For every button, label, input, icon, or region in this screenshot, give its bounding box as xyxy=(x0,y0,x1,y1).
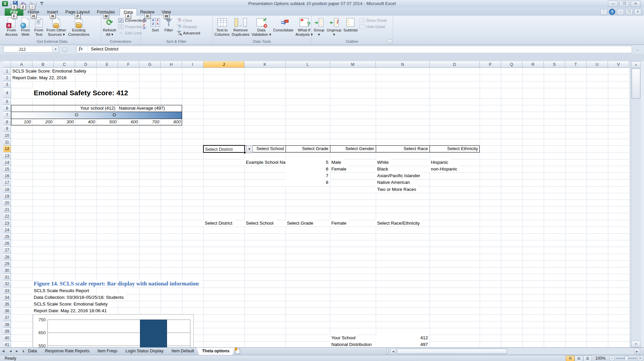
worksheet[interactable]: ABCDEFGHIJKLMNOPQRSTUV123456789101112131… xyxy=(0,61,644,347)
from-button[interactable]: AFromAccess xyxy=(5,16,18,39)
consolidate-button[interactable]: ⇉Consolidate xyxy=(273,16,294,39)
zoom-slider-thumb[interactable] xyxy=(625,356,628,361)
cell-L12[interactable]: Select Grade xyxy=(286,145,330,152)
cell-J23[interactable]: Select District xyxy=(203,220,234,227)
insert-function-icon[interactable]: fx xyxy=(79,46,83,51)
cell-N18[interactable]: Two or More Races xyxy=(376,186,418,193)
col-header-I[interactable]: I xyxy=(182,61,203,68)
col-header-D[interactable]: D xyxy=(75,61,97,68)
selected-cell-J12[interactable]: Select District xyxy=(203,145,245,152)
text-to-button[interactable]: Text toColumns xyxy=(214,16,230,39)
cell-O14[interactable]: Hispanic xyxy=(430,159,450,166)
scroll-right-button[interactable]: ▶ xyxy=(634,349,640,354)
row-header-21[interactable]: 21 xyxy=(3,206,11,213)
horizontal-scroll-thumb[interactable] xyxy=(397,349,507,354)
cell-O12[interactable]: Select Ethnicity xyxy=(430,145,480,152)
row-header-41[interactable]: 41 xyxy=(3,341,11,347)
cell-M23[interactable]: Female xyxy=(330,220,348,227)
cell-L14[interactable]: 5 xyxy=(286,159,330,166)
row-header-34[interactable]: 34 xyxy=(3,294,11,301)
col-header-R[interactable]: R xyxy=(522,61,544,68)
row-header-9[interactable]: 9 xyxy=(3,125,11,132)
col-header-G[interactable]: G xyxy=(139,61,161,68)
cell-O15[interactable]: non-Hispanic xyxy=(430,166,459,172)
cell-L16[interactable]: 7 xyxy=(286,172,330,179)
row-header-11[interactable]: 11 xyxy=(3,139,11,145)
row-header-30[interactable]: 30 xyxy=(3,267,11,274)
zoom-out-button[interactable]: − xyxy=(609,356,615,361)
ungroup-button[interactable]: ➔/Ungroup▾ xyxy=(326,16,342,39)
sort-button[interactable]: AZZASort xyxy=(149,16,162,39)
expand-formula-bar-button[interactable]: ⌄ xyxy=(634,47,641,52)
cell-N23[interactable]: Select Race/Ethnicity xyxy=(376,220,422,227)
minimize-ribbon-button[interactable]: ⌃ xyxy=(600,9,607,15)
col-header-B[interactable]: B xyxy=(32,61,54,68)
sheet-tab-data[interactable]: Data xyxy=(23,348,42,355)
row-header-5[interactable]: 5 xyxy=(3,98,11,105)
col-header-M[interactable]: M xyxy=(330,61,376,68)
cell-L17[interactable]: 8 xyxy=(286,179,330,186)
row-header-32[interactable]: 32 xyxy=(3,280,11,287)
scroll-down-button[interactable]: ▼ xyxy=(631,341,641,347)
col-header-A[interactable]: A xyxy=(11,61,32,68)
sheet-tab-login-status-display[interactable]: Login Status Display xyxy=(120,348,169,355)
za-button[interactable]: ZA↓ xyxy=(141,24,149,30)
row-header-19[interactable]: 19 xyxy=(3,193,11,200)
data-button[interactable]: ✔⊘DataValidation ▾ xyxy=(251,16,272,39)
scroll-left-button[interactable]: ◀ xyxy=(390,349,396,354)
refresh-button[interactable]: ⟳RefreshAll ▾ xyxy=(102,16,117,39)
col-header-T[interactable]: T xyxy=(565,61,587,68)
cell-M12[interactable]: Select Gender xyxy=(330,145,376,152)
row-header-31[interactable]: 31 xyxy=(3,274,11,280)
row-header-38[interactable]: 38 xyxy=(3,321,11,328)
vertical-scrollbar[interactable]: ▲▼ xyxy=(631,61,641,347)
cell-B34[interactable]: Data Collection: 03/30/16-05/25/16: Stud… xyxy=(32,294,126,301)
from-button[interactable]: FromText xyxy=(32,16,45,39)
cell-N16[interactable]: Asian/Pacific Islander xyxy=(376,172,422,179)
cell-B35[interactable]: SCLS Scale Score: Emotional Safety xyxy=(32,301,110,308)
row-header-17[interactable]: 17 xyxy=(3,179,11,186)
what-if-button[interactable]: ?What-IfAnalysis ▾ xyxy=(295,16,313,39)
cell-N17[interactable]: Native American xyxy=(376,179,412,186)
col-header-K[interactable]: K xyxy=(245,61,286,68)
subtotal-button[interactable]: Subtotal xyxy=(343,16,358,39)
from-button[interactable]: FromWeb xyxy=(19,16,32,39)
row-header-27[interactable]: 27 xyxy=(3,247,11,253)
help-button[interactable]: ? xyxy=(609,9,615,15)
col-header-Q[interactable]: Q xyxy=(501,61,522,68)
row-header-18[interactable]: 18 xyxy=(3,186,11,193)
vertical-scroll-thumb[interactable] xyxy=(632,69,640,99)
first-sheet-button[interactable]: ◀▏ xyxy=(1,348,7,354)
from-other-button[interactable]: From OtherSources ▾ xyxy=(46,16,67,39)
cell-K14[interactable]: Example School Name xyxy=(245,159,286,166)
row-header-28[interactable]: 28 xyxy=(3,254,11,260)
row-header-24[interactable]: 24 xyxy=(3,227,11,233)
cell-B36[interactable]: Report Date: May 22, 2016 18:06:41 xyxy=(32,308,109,314)
sheet-tab-response-rate-reports[interactable]: Response Rate Reports xyxy=(39,348,95,355)
col-header-S[interactable]: S xyxy=(544,61,565,68)
workbook-restore-button[interactable]: ❐ xyxy=(626,9,633,15)
existing-button[interactable]: ExistingConnections xyxy=(67,16,90,39)
row-header-37[interactable]: 37 xyxy=(3,314,11,321)
cell-N14[interactable]: White xyxy=(376,159,391,166)
row-header-15[interactable]: 15 xyxy=(3,166,11,172)
row-header-40[interactable]: 40 xyxy=(3,335,11,341)
row-header-26[interactable]: 26 xyxy=(3,240,11,247)
remove-button[interactable]: →RemoveDuplicates xyxy=(231,16,250,39)
cell-L23[interactable]: Select Grade xyxy=(286,220,315,227)
cell-L15[interactable]: 6 xyxy=(286,166,330,172)
page-break-view-button[interactable]: ▥ xyxy=(583,356,592,361)
row-header-12[interactable]: 12 xyxy=(3,145,11,152)
cell-M15[interactable]: Female xyxy=(330,166,348,172)
row-header-29[interactable]: 29 xyxy=(3,260,11,267)
horizontal-scrollbar[interactable]: ◀ ▶ xyxy=(390,349,640,354)
row-header-39[interactable]: 39 xyxy=(3,328,11,335)
normal-view-button[interactable]: ⊞ xyxy=(566,356,575,361)
formula-content[interactable]: Select District xyxy=(91,46,119,51)
name-box-dropdown[interactable]: ▼ xyxy=(53,46,59,53)
row-header-33[interactable]: 33 xyxy=(3,287,11,294)
zoom-level[interactable]: 100% xyxy=(595,356,606,361)
row-header-20[interactable]: 20 xyxy=(3,200,11,206)
cell-N40[interactable]: 412 xyxy=(376,335,430,341)
cell-B33[interactable]: SCLS Scale Results Report xyxy=(32,287,91,294)
